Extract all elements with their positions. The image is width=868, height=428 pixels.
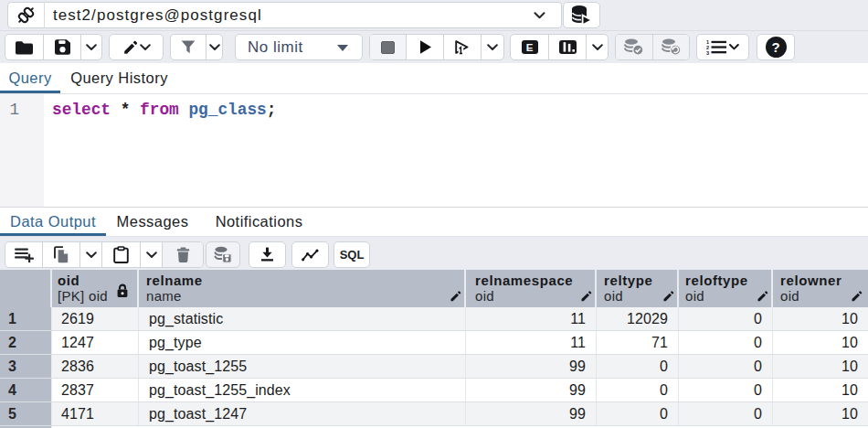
svg-text:3: 3 bbox=[706, 50, 709, 55]
